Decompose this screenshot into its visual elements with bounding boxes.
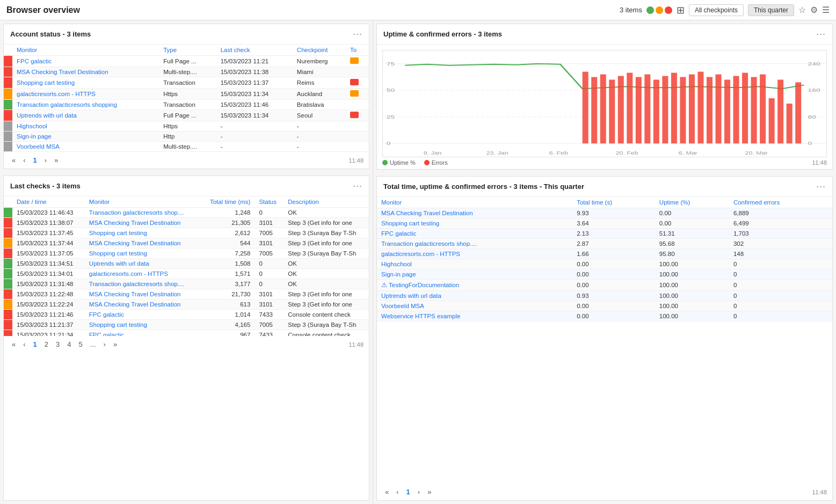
checkpoint-cell: Seoul	[293, 110, 346, 121]
th-lc-monitor[interactable]: Monitor	[85, 196, 200, 208]
table-row[interactable]: Shopping cart testing 3.64 0.00 6,499	[377, 218, 832, 229]
menu-icon[interactable]: ☰	[822, 5, 830, 15]
table-row[interactable]: 15/03/2023 11:21:37 Shopping cart testin…	[4, 320, 369, 330]
th-tt-uptime[interactable]: Uptime (%)	[655, 197, 729, 208]
table-row[interactable]: Voorbeeld MSA Multi-step.... - -	[4, 142, 369, 152]
monitor-cell: Shopping cart testing	[85, 249, 200, 259]
th-lc-datetime[interactable]: Date / time	[12, 196, 85, 208]
svg-text:160: 160	[808, 87, 820, 93]
table-row[interactable]: 15/03/2023 11:38:07 MSA Checking Travel …	[4, 218, 369, 228]
table-row[interactable]: Uptrends with url data 0.93 100.00 0	[377, 291, 832, 301]
th-to[interactable]: To	[346, 45, 369, 56]
table-row[interactable]: MSA Checking Travel Destination 9.93 0.0…	[377, 208, 832, 218]
tt-page-next[interactable]: ›	[415, 487, 423, 497]
page-first[interactable]: «	[9, 155, 18, 165]
table-row[interactable]: Shopping cart testing Transaction 15/03/…	[4, 77, 369, 89]
table-row[interactable]: 15/03/2023 11:21:46 FPC galactic 1,014 7…	[4, 310, 369, 320]
page-1[interactable]: 1	[31, 155, 40, 165]
lc-page-next[interactable]: ›	[101, 339, 108, 349]
table-row[interactable]: FPC galactic 2.13 51.31 1,703	[377, 229, 832, 239]
page-last[interactable]: »	[52, 155, 61, 165]
table-row[interactable]: Voorbeeld MSA 0.00 100.00 0	[377, 301, 832, 311]
lc-page-2[interactable]: 2	[42, 339, 51, 349]
table-row[interactable]: 15/03/2023 11:37:05 Shopping cart testin…	[4, 249, 369, 259]
table-row[interactable]: Sign-in page Http - -	[4, 132, 369, 142]
lc-page-4[interactable]: 4	[64, 339, 74, 349]
status-cell: 3101	[255, 289, 283, 300]
totaltime-cell: 2,612	[200, 228, 255, 238]
total-time-tbody: MSA Checking Travel Destination 9.93 0.0…	[377, 208, 832, 322]
page-title: Browser overview	[6, 5, 620, 15]
th-tt-errors[interactable]: Confirmed errors	[729, 197, 832, 208]
table-row[interactable]: 15/03/2023 11:22:24 MSA Checking Travel …	[4, 300, 369, 310]
th-tt-monitor[interactable]: Monitor	[377, 197, 572, 208]
page-prev[interactable]: ‹	[20, 155, 28, 165]
this-quarter-button[interactable]: This quarter	[748, 4, 794, 16]
table-row[interactable]: Uptrends with url data Full Page ... 15/…	[4, 110, 369, 121]
lc-page-last[interactable]: »	[111, 339, 120, 349]
th-lc-indicator	[4, 196, 12, 208]
lc-page-1[interactable]: 1	[31, 339, 40, 349]
table-row[interactable]: galacticresorts.com - HTTPS 1.66 95.80 1…	[377, 249, 832, 259]
uptime-chart-menu[interactable]: ···	[816, 28, 826, 40]
table-row[interactable]: 15/03/2023 11:34:01 galacticresorts.com …	[4, 269, 369, 279]
table-row[interactable]: 15/03/2023 11:21:34 FPC galactic 967 743…	[4, 330, 369, 337]
row-indicator	[4, 89, 12, 100]
table-row[interactable]: ⚠ TestingForDocumentation 0.00 100.00 0	[377, 280, 832, 291]
page-next[interactable]: ›	[42, 155, 49, 165]
th-lc-description[interactable]: Description	[283, 196, 369, 208]
table-row[interactable]: Highschool 0.00 100.00 0	[377, 259, 832, 269]
account-status-menu[interactable]: ···	[353, 28, 362, 40]
dot-red-icon[interactable]	[665, 6, 672, 14]
row-indicator	[4, 289, 12, 300]
th-tt-totaltime[interactable]: Total time (s)	[572, 197, 655, 208]
row-indicator	[4, 228, 12, 238]
dot-orange-icon[interactable]	[656, 6, 663, 14]
table-row[interactable]: Highschool Https - -	[4, 121, 369, 132]
tt-page-last[interactable]: »	[425, 487, 434, 497]
table-row[interactable]: 15/03/2023 11:34:51 Uptrends with url da…	[4, 259, 369, 269]
th-checkpoint[interactable]: Checkpoint	[293, 45, 346, 56]
star-icon[interactable]: ☆	[798, 5, 806, 15]
total-time-menu[interactable]: ···	[816, 181, 826, 192]
th-last-check[interactable]: Last check	[216, 45, 293, 56]
table-row[interactable]: FPC galactic Full Page ... 15/03/2023 11…	[4, 56, 369, 67]
th-monitor[interactable]: Monitor	[12, 45, 159, 56]
row-indicator	[4, 279, 12, 289]
lc-page-5[interactable]: 5	[76, 339, 85, 349]
th-lc-status[interactable]: Status	[255, 196, 283, 208]
last-checks-pagination: « ‹ 1 2 3 4 5 ... › » 11:48	[4, 336, 369, 353]
table-row[interactable]: 15/03/2023 11:31:48 Transaction galactic…	[4, 279, 369, 289]
lc-page-prev[interactable]: ‹	[20, 339, 28, 349]
dot-green-icon[interactable]	[646, 6, 654, 14]
svg-rect-31	[751, 77, 757, 144]
th-lc-totaltime[interactable]: Total time (ms)	[200, 196, 255, 208]
table-row[interactable]: 15/03/2023 11:46:43 Transaction galactic…	[4, 208, 369, 218]
tt-page-first[interactable]: «	[382, 487, 391, 497]
table-row[interactable]: 15/03/2023 11:37:45 Shopping cart testin…	[4, 228, 369, 238]
row-indicator	[4, 238, 12, 249]
description-cell: OK	[283, 269, 369, 279]
th-type[interactable]: Type	[159, 45, 216, 56]
table-row[interactable]: 15/03/2023 11:37:44 MSA Checking Travel …	[4, 238, 369, 249]
tt-page-prev[interactable]: ‹	[394, 487, 401, 497]
settings-icon[interactable]: ⚙	[810, 5, 818, 15]
table-row[interactable]: Webservice HTTPS example 0.00 100.00 0	[377, 311, 832, 322]
table-row[interactable]: Transaction galacticresorts shop.... 2.8…	[377, 239, 832, 249]
last-checks-menu[interactable]: ···	[353, 180, 362, 192]
table-row[interactable]: Transaction galacticresorts shopping Tra…	[4, 100, 369, 110]
tt-errors-cell: 6,889	[729, 208, 832, 218]
all-checkpoints-button[interactable]: All checkpoints	[689, 4, 744, 16]
table-row[interactable]: Sign-in page 0.00 100.00 0	[377, 269, 832, 280]
lc-page-3[interactable]: 3	[53, 339, 62, 349]
tt-page-1[interactable]: 1	[404, 487, 413, 497]
grid-icon[interactable]: ⊞	[677, 4, 685, 16]
tt-totaltime-cell: 0.00	[572, 301, 655, 311]
table-row[interactable]: MSA Checking Travel Destination Multi-st…	[4, 67, 369, 77]
table-row[interactable]: galacticresorts.com - HTTPS Https 15/03/…	[4, 89, 369, 100]
row-indicator	[4, 269, 12, 279]
chart-area: 75 50 25 0 240 160 80 0	[382, 50, 827, 157]
lc-page-first[interactable]: «	[9, 339, 18, 349]
status-cell	[346, 121, 369, 132]
table-row[interactable]: 15/03/2023 11:22:48 MSA Checking Travel …	[4, 289, 369, 300]
